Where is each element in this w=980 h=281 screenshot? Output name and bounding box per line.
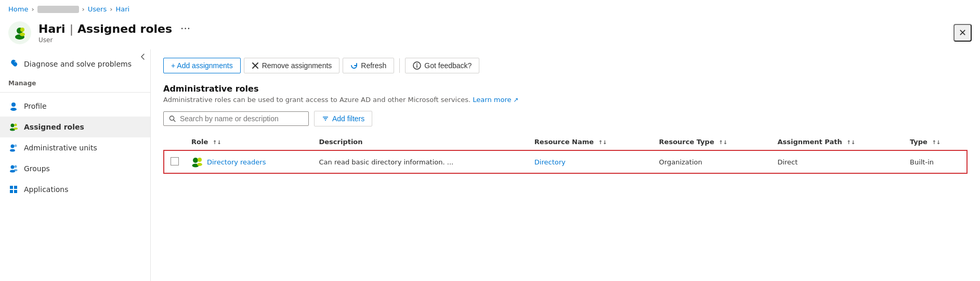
add-filters-label: Add filters: [332, 114, 364, 123]
row-assignment-path-cell: Direct: [771, 150, 904, 173]
table-header-row: Role ↑↓ Description Resource Name ↑↓ Res…: [164, 134, 967, 150]
svg-point-11: [10, 149, 15, 152]
roles-table: Role ↑↓ Description Resource Name ↑↓ Res…: [163, 134, 968, 174]
sort-resource-type-icon: ↑↓: [718, 140, 727, 145]
toolbar: + Add assignments Remove assignments Ref…: [163, 58, 968, 73]
sidebar-item-admin-units[interactable]: Administrative units: [0, 137, 150, 158]
breadcrumb-user[interactable]: Hari: [115, 5, 129, 13]
col-assignment-path[interactable]: Assignment Path ↑↓: [771, 134, 904, 150]
svg-point-4: [11, 103, 16, 107]
row-resource-name-cell: Directory: [528, 150, 653, 173]
svg-point-5: [10, 108, 17, 111]
svg-rect-17: [10, 186, 13, 189]
wrench-icon: [8, 59, 19, 69]
svg-point-9: [14, 127, 18, 130]
admin-units-icon: [8, 143, 19, 153]
sidebar-item-assigned-roles[interactable]: Assigned roles: [0, 117, 150, 137]
svg-point-10: [11, 145, 15, 148]
collapse-sidebar-button[interactable]: [136, 49, 150, 64]
sidebar-item-profile[interactable]: Profile: [0, 96, 150, 117]
section-description: Administrative roles can be used to gran…: [163, 96, 968, 104]
svg-line-26: [174, 120, 175, 121]
more-options-btn[interactable]: ···: [180, 22, 190, 35]
svg-point-3: [20, 33, 25, 36]
section-title: Administrative roles: [163, 84, 968, 94]
avatar: [8, 21, 31, 44]
groups-label: Groups: [24, 164, 50, 173]
svg-point-33: [197, 163, 202, 166]
sort-role-icon: ↑↓: [213, 140, 221, 145]
breadcrumb: Home › › Users › Hari: [0, 0, 980, 18]
col-resource-type[interactable]: Resource Type ↑↓: [653, 134, 772, 150]
search-box[interactable]: [163, 111, 309, 126]
groups-icon: [8, 163, 19, 174]
applications-icon: [8, 184, 19, 195]
profile-label: Profile: [24, 102, 47, 110]
row-resource-type-cell: Organization: [653, 150, 772, 173]
close-button[interactable]: ✕: [953, 24, 972, 42]
assigned-roles-label: Assigned roles: [24, 123, 84, 131]
svg-point-30: [193, 158, 198, 163]
svg-rect-18: [14, 186, 17, 189]
sidebar-divider: [0, 92, 150, 93]
sidebar-item-groups[interactable]: Groups: [0, 158, 150, 179]
table-row[interactable]: Directory readers Can read basic directo…: [164, 150, 967, 173]
remove-icon: [252, 62, 259, 69]
col-description: Description: [312, 134, 528, 150]
sidebar-item-diagnose[interactable]: Diagnose and solve problems: [0, 54, 150, 74]
sort-resource-name-icon: ↑↓: [598, 140, 607, 145]
col-type[interactable]: Type ↑↓: [904, 134, 967, 150]
svg-point-15: [15, 165, 17, 168]
breadcrumb-users[interactable]: Users: [88, 5, 107, 13]
search-input[interactable]: [180, 114, 303, 123]
diagnose-label: Diagnose and solve problems: [24, 60, 132, 68]
toolbar-divider: [399, 58, 400, 73]
header-title-area: Hari | Assigned roles ··· User: [38, 22, 946, 44]
svg-point-6: [11, 124, 15, 127]
svg-point-16: [14, 169, 18, 171]
sidebar: Diagnose and solve problems Manage Profi…: [0, 49, 151, 281]
svg-point-24: [416, 63, 417, 65]
svg-point-8: [15, 124, 17, 126]
svg-rect-19: [10, 190, 13, 193]
breadcrumb-home[interactable]: Home: [8, 5, 28, 13]
role-link[interactable]: Directory readers: [207, 158, 266, 166]
profile-icon: [8, 101, 19, 111]
svg-point-2: [20, 28, 24, 32]
col-resource-name[interactable]: Resource Name ↑↓: [528, 134, 653, 150]
row-checkbox-cell[interactable]: [164, 150, 185, 173]
learn-more-link[interactable]: Learn more: [473, 96, 511, 104]
col-role[interactable]: Role ↑↓: [185, 134, 312, 150]
search-icon: [169, 115, 176, 122]
manage-section-label: Manage: [0, 74, 150, 89]
page-header: Hari | Assigned roles ··· User ✕: [0, 18, 980, 49]
admin-units-label: Administrative units: [24, 144, 97, 152]
feedback-button[interactable]: Got feedback?: [405, 58, 479, 73]
resource-name-link[interactable]: Directory: [534, 158, 566, 166]
main-content: + Add assignments Remove assignments Ref…: [151, 49, 980, 281]
add-filters-button[interactable]: Add filters: [314, 111, 372, 126]
svg-point-32: [198, 158, 202, 162]
sidebar-item-applications[interactable]: Applications: [0, 179, 150, 200]
refresh-button[interactable]: Refresh: [343, 58, 394, 73]
collapse-icon: [139, 53, 147, 60]
refresh-icon: [350, 62, 358, 69]
search-filter-row: Add filters: [163, 111, 968, 126]
col-checkbox: [164, 134, 185, 150]
svg-rect-20: [14, 190, 17, 193]
remove-assignments-button[interactable]: Remove assignments: [244, 58, 340, 73]
assigned-roles-icon: [8, 122, 19, 132]
sort-type-icon: ↑↓: [932, 140, 940, 145]
row-checkbox[interactable]: [171, 157, 179, 165]
user-subtitle: User: [38, 36, 946, 44]
page-title: Hari | Assigned roles ···: [38, 22, 946, 35]
add-assignments-button[interactable]: + Add assignments: [163, 58, 241, 73]
row-description-cell: Can read basic directory information. ..…: [312, 150, 528, 173]
filter-icon: [322, 115, 329, 122]
avatar-icon: [12, 25, 27, 40]
breadcrumb-tenant: [37, 6, 79, 13]
feedback-icon: [413, 61, 421, 70]
row-role-cell: Directory readers: [185, 150, 312, 173]
svg-point-12: [15, 145, 17, 147]
row-type-cell: Built-in: [904, 150, 967, 173]
